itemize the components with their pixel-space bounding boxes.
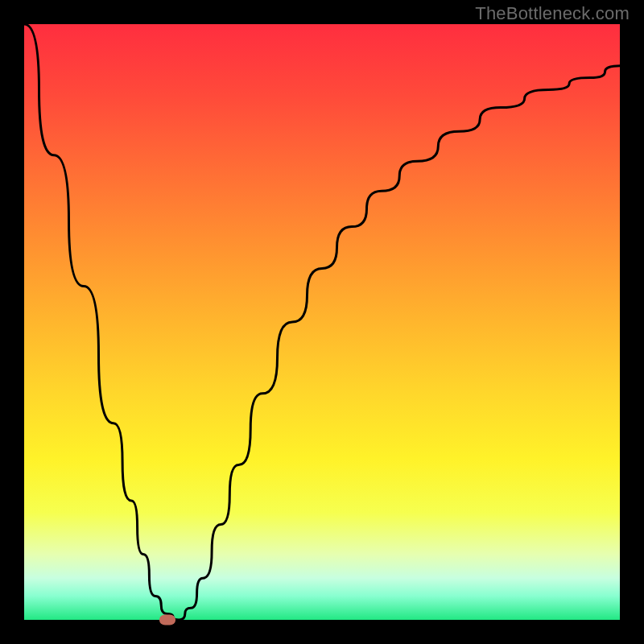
- watermark-text: TheBottleneck.com: [475, 3, 630, 24]
- bottleneck-curve: [24, 24, 620, 620]
- minimum-marker: [159, 615, 175, 625]
- curve-path: [24, 24, 620, 620]
- chart-frame: TheBottleneck.com: [0, 0, 644, 644]
- plot-area: [24, 24, 620, 620]
